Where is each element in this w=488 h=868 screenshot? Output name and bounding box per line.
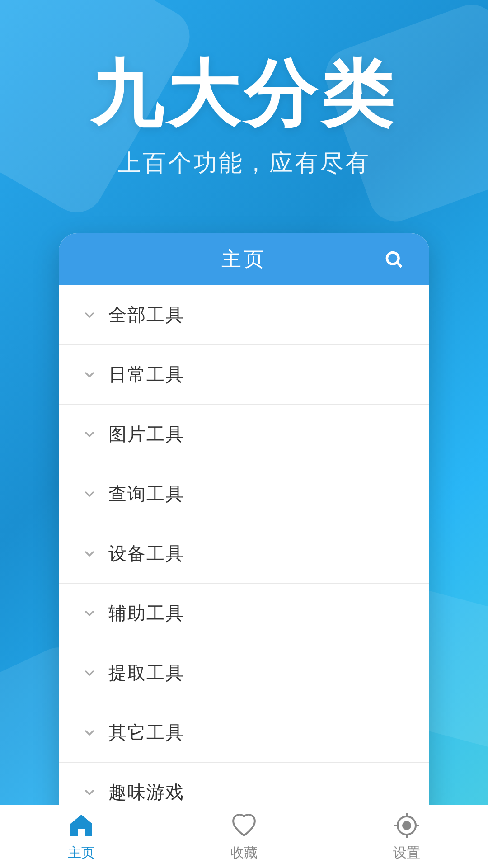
heart-icon [230, 811, 258, 840]
chevron-down-icon [81, 546, 98, 562]
tab-settings[interactable]: 设置 [325, 811, 488, 862]
menu-item-image-tools[interactable]: 图片工具 [59, 405, 429, 464]
svg-line-1 [397, 262, 401, 267]
menu-item-label: 全部工具 [108, 302, 184, 327]
chevron-down-icon [81, 367, 98, 383]
menu-item-label: 查询工具 [108, 481, 184, 506]
tab-bar: 主页 收藏 设置 [0, 805, 488, 868]
tab-icon-settings [392, 811, 421, 840]
tab-favorites[interactable]: 收藏 [163, 811, 325, 862]
menu-item-extract-tools[interactable]: 提取工具 [59, 643, 429, 703]
menu-item-all-tools[interactable]: 全部工具 [59, 285, 429, 345]
card-header: 主页 [59, 233, 429, 285]
svg-point-0 [387, 252, 399, 264]
menu-item-query-tools[interactable]: 查询工具 [59, 464, 429, 524]
tab-label-home: 主页 [68, 844, 95, 862]
chevron-down-icon [81, 784, 98, 801]
tab-icon-favorites [230, 811, 258, 840]
home-icon [67, 811, 96, 840]
menu-item-label: 其它工具 [108, 720, 184, 745]
menu-item-label: 趣味游戏 [108, 780, 184, 805]
menu-item-label: 图片工具 [108, 422, 184, 447]
menu-item-device-tools[interactable]: 设备工具 [59, 524, 429, 584]
menu-item-label: 提取工具 [108, 660, 184, 685]
app-card: 主页 全部工具 日常工具 图片工具 [59, 233, 429, 822]
search-button[interactable] [381, 247, 407, 272]
tab-label-settings: 设置 [393, 844, 420, 862]
menu-item-other-tools[interactable]: 其它工具 [59, 703, 429, 763]
chevron-down-icon [81, 486, 98, 502]
hero-section: 九大分类 上百个功能，应有尽有 [0, 0, 488, 206]
card-header-title: 主页 [221, 246, 267, 273]
menu-item-label: 设备工具 [108, 541, 184, 566]
tab-label-favorites: 收藏 [230, 844, 258, 862]
hero-title: 九大分类 [27, 54, 461, 134]
tab-home[interactable]: 主页 [0, 811, 163, 862]
main-content: 九大分类 上百个功能，应有尽有 主页 全部工具 日常工具 [0, 0, 488, 868]
svg-point-3 [403, 822, 410, 829]
chevron-down-icon [81, 426, 98, 443]
menu-list: 全部工具 日常工具 图片工具 查询工具 设备工具 辅助工具 [59, 285, 429, 822]
menu-item-daily-tools[interactable]: 日常工具 [59, 345, 429, 405]
chevron-down-icon [81, 307, 98, 323]
settings-icon [392, 811, 421, 840]
search-icon [384, 250, 404, 269]
chevron-down-icon [81, 725, 98, 741]
hero-subtitle: 上百个功能，应有尽有 [27, 147, 461, 179]
chevron-down-icon [81, 605, 98, 622]
menu-item-assist-tools[interactable]: 辅助工具 [59, 584, 429, 643]
menu-item-label: 辅助工具 [108, 601, 184, 626]
chevron-down-icon [81, 665, 98, 681]
tab-icon-home [67, 811, 96, 840]
menu-item-label: 日常工具 [108, 362, 184, 387]
